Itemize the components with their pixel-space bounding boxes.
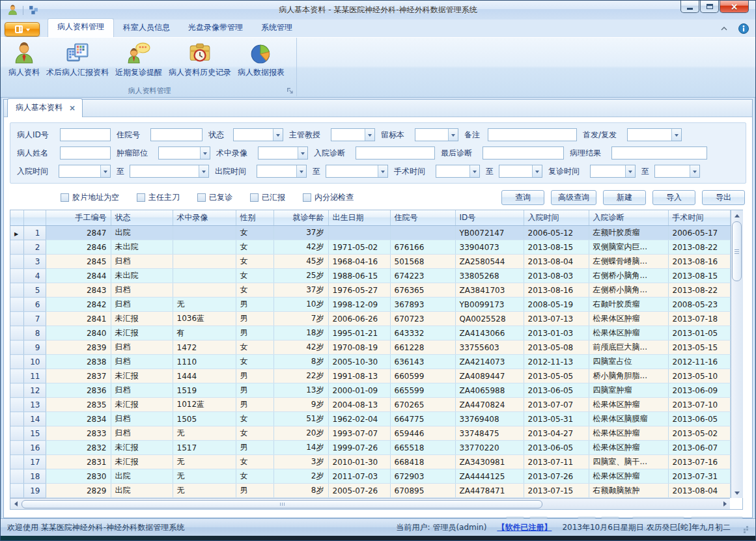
- app-menu-button[interactable]: [5, 22, 40, 36]
- table-row[interactable]: 122836归档1519男13岁2000-01-09665599ZA406598…: [10, 383, 730, 398]
- registration-link[interactable]: 【软件已注册】: [497, 522, 552, 533]
- filter-checkbox[interactable]: 胶片地址为空: [61, 192, 119, 203]
- filter-select[interactable]: [331, 128, 375, 141]
- filter-select[interactable]: [627, 128, 682, 141]
- filter-input[interactable]: [611, 146, 707, 160]
- table-row[interactable]: 162832未汇报1517男14岁1999-07-266655183377022…: [10, 441, 730, 455]
- table-row[interactable]: 192829出院无男8岁2005-07-26670895ZA4478471201…: [10, 484, 730, 498]
- table-row[interactable]: ▶12847出院女37岁YB00721472006-05-12左额叶胶质瘤200…: [10, 226, 730, 240]
- scroll-left-icon[interactable]: [10, 499, 21, 509]
- action-button[interactable]: 高级查询: [551, 190, 596, 205]
- column-header[interactable]: 入院诊断: [589, 210, 668, 226]
- table-cell: 1993-07-07: [328, 426, 390, 441]
- table-cell: 2013-05-08: [524, 340, 589, 355]
- filter-field: 病理结果: [570, 146, 707, 160]
- column-header[interactable]: 住院号: [390, 210, 455, 226]
- column-header[interactable]: 性别: [236, 210, 273, 226]
- row-number: 17: [23, 455, 46, 469]
- date-select[interactable]: [436, 165, 480, 178]
- table-row[interactable]: 32845归档女45岁1968-04-16501568ZA25805442013…: [10, 255, 730, 269]
- vertical-scroll-thumb[interactable]: [732, 221, 742, 281]
- column-header[interactable]: 入院时间: [524, 210, 589, 226]
- maximize-button[interactable]: [700, 1, 719, 13]
- column-header[interactable]: 手术时间: [668, 210, 730, 226]
- column-header[interactable]: [10, 210, 23, 226]
- table-row[interactable]: 62842归档无男10岁1998-12-09367893YB0099173200…: [10, 298, 730, 312]
- scroll-down-icon[interactable]: [731, 488, 743, 498]
- collapse-ribbon-icon[interactable]: [719, 23, 729, 34]
- filter-select[interactable]: [258, 146, 308, 160]
- ribbon-button[interactable]: 病人资料历史记录: [165, 40, 234, 80]
- action-button[interactable]: 查询: [501, 190, 544, 205]
- ribbon-button[interactable]: 近期复诊提醒: [112, 40, 165, 80]
- filter-input[interactable]: [356, 146, 435, 160]
- filter-input[interactable]: [488, 128, 577, 141]
- resize-grip[interactable]: [741, 523, 749, 531]
- ribbon-tab[interactable]: 系统管理: [252, 20, 301, 37]
- scroll-up-icon[interactable]: [731, 210, 743, 221]
- filter-input[interactable]: [60, 146, 111, 160]
- window-bottom-edge: [1, 536, 755, 540]
- table-row[interactable]: 112837未汇报1444男22岁1991-08-13660599ZA40894…: [10, 369, 730, 383]
- action-button[interactable]: 导入: [652, 190, 695, 205]
- close-icon[interactable]: ×: [69, 105, 76, 111]
- date-select[interactable]: [326, 165, 388, 178]
- table-row[interactable]: 92839归档1472女42岁1970-08-19661228337556032…: [10, 340, 730, 355]
- table-row[interactable]: 72841未汇报1036蓝男7岁2006-06-26670723QA002552…: [10, 312, 730, 326]
- table-row[interactable]: 42844未出院女25岁1988-06-15674223338052682013…: [10, 269, 730, 283]
- table-row[interactable]: 152833归档无女20岁1993-07-0765944633748475201…: [10, 426, 730, 441]
- table-row[interactable]: 182830出院无女2岁2011-07-03672903ZA4444125201…: [10, 469, 730, 484]
- table-cell: 2013-07-13: [524, 312, 589, 326]
- date-select[interactable]: [130, 165, 209, 178]
- filter-input[interactable]: [483, 146, 564, 160]
- filter-checkbox[interactable]: 内分泌检查: [303, 192, 354, 203]
- date-select[interactable]: [590, 165, 636, 178]
- table-row[interactable]: 172831未汇报无女3岁2010-01-30668418ZA343098120…: [10, 455, 730, 469]
- column-header[interactable]: 状态: [111, 210, 173, 226]
- table-row[interactable]: 82840未汇报有男18岁1995-01-21643332ZA414306620…: [10, 326, 730, 340]
- filter-label: 至: [641, 166, 651, 177]
- column-header[interactable]: 出生日期: [328, 210, 390, 226]
- horizontal-scrollbar[interactable]: [10, 498, 730, 509]
- date-select[interactable]: [59, 165, 111, 178]
- filter-checkbox[interactable]: 已汇报: [250, 192, 285, 203]
- column-header[interactable]: [23, 210, 46, 226]
- action-button[interactable]: 新建: [603, 190, 646, 205]
- filter-input[interactable]: [60, 128, 111, 141]
- column-header[interactable]: ID号: [455, 210, 524, 226]
- vertical-scrollbar[interactable]: [731, 210, 743, 498]
- ribbon-tab[interactable]: 光盘录像带管理: [179, 20, 252, 37]
- table-row[interactable]: 52843归档女37岁1976-05-27676365ZA38417032013…: [10, 283, 730, 298]
- filter-input[interactable]: [150, 128, 203, 141]
- filter-select[interactable]: [158, 146, 210, 160]
- scroll-right-icon[interactable]: [720, 499, 730, 509]
- filter-checkbox[interactable]: 已复诊: [197, 192, 232, 203]
- column-header[interactable]: 手工编号: [46, 210, 111, 226]
- date-select[interactable]: [257, 165, 307, 178]
- table-row[interactable]: 132835未汇报1012蓝男9岁2004-08-13670265ZA44708…: [10, 398, 730, 412]
- horizontal-scroll-thumb[interactable]: [21, 500, 542, 508]
- ribbon-tab[interactable]: 科室人员信息: [114, 20, 179, 37]
- document-tab[interactable]: 病人基本资料 ×: [7, 98, 83, 117]
- ribbon-button[interactable]: 病人数据报表: [234, 40, 288, 80]
- date-select[interactable]: [499, 165, 542, 178]
- info-icon[interactable]: [738, 23, 749, 34]
- filter-select[interactable]: [233, 128, 283, 141]
- minimize-button[interactable]: [680, 1, 699, 13]
- table-row[interactable]: 102838归档1110女8岁2005-10-30636143ZA4214073…: [10, 355, 730, 369]
- quick-access-icon[interactable]: [28, 5, 39, 16]
- column-header[interactable]: 术中录像: [173, 210, 236, 226]
- ribbon-button[interactable]: 术后病人汇报资料: [43, 40, 112, 80]
- column-header[interactable]: 就诊年龄: [273, 210, 328, 226]
- table-row[interactable]: 22846未出院女42岁1971-05-02676166339040732013…: [10, 240, 730, 255]
- table-cell: 670723: [390, 312, 455, 326]
- table-row[interactable]: 142834归档1505女51岁1962-02-0466477533769408…: [10, 412, 730, 426]
- close-button[interactable]: ×: [720, 1, 749, 13]
- dialog-launcher-icon[interactable]: [286, 87, 294, 94]
- ribbon-button[interactable]: 病人资料: [5, 40, 43, 80]
- action-button[interactable]: 导出: [702, 190, 745, 205]
- date-select[interactable]: [654, 165, 700, 178]
- filter-checkbox[interactable]: 主任主刀: [137, 192, 180, 203]
- ribbon-tab[interactable]: 病人资料管理: [48, 18, 114, 37]
- filter-select[interactable]: [415, 128, 458, 141]
